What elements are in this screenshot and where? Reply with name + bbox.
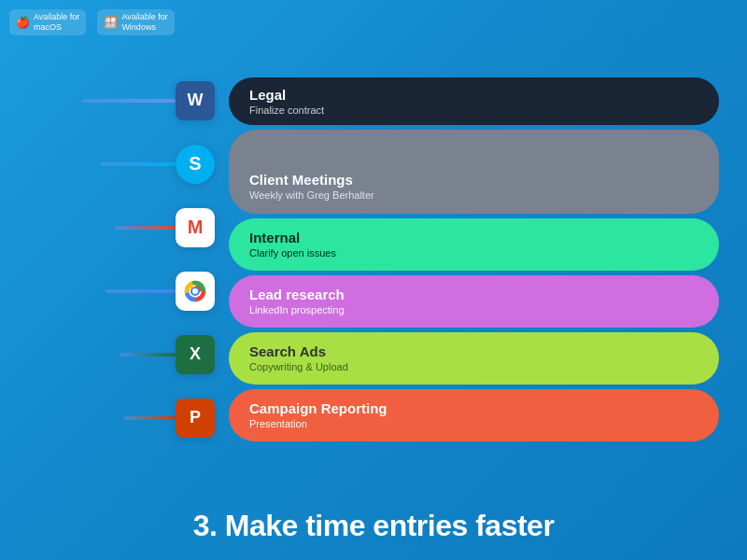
task-card-internal: Internal Clarify open issues xyxy=(229,218,719,271)
windows-badge: 🪟 Available forWindows xyxy=(97,9,174,35)
connector-chrome xyxy=(106,289,176,293)
windows-icon: 🪟 xyxy=(104,16,118,29)
connector-excel xyxy=(120,353,176,357)
app-row-word: W xyxy=(28,69,215,133)
chrome-icon xyxy=(176,272,215,311)
app-row-excel: X xyxy=(28,323,215,386)
skype-icon: S xyxy=(176,145,215,184)
connector-gmail xyxy=(115,226,176,230)
macos-badge: 🍎 Available formacOS xyxy=(9,9,86,35)
connector-word xyxy=(82,99,176,103)
top-bar: 🍎 Available formacOS 🪟 Available forWind… xyxy=(9,9,175,35)
task-subtitle-client-meetings: Weekly with Greg Berhalter xyxy=(249,189,698,201)
task-title-internal: Internal xyxy=(249,230,698,246)
task-title-legal: Legal xyxy=(249,87,698,104)
task-card-search-ads: Search Ads Copywriting & Upload xyxy=(229,332,719,385)
task-card-client-meetings: Client Meetings Weekly with Greg Berhalt… xyxy=(229,130,719,214)
app-row-chrome xyxy=(28,259,215,323)
task-title-lead-research: Lead research xyxy=(249,287,698,303)
task-card-lead-research: Lead research LinkedIn prospecting xyxy=(229,275,719,328)
task-card-campaign-reporting: Campaign Reporting Presentation xyxy=(229,389,719,441)
task-subtitle-lead-research: LinkedIn prospecting xyxy=(249,304,698,315)
connector-ppt xyxy=(124,416,176,420)
task-title-campaign-reporting: Campaign Reporting xyxy=(249,400,698,417)
task-title-client-meetings: Client Meetings xyxy=(249,172,698,189)
task-title-search-ads: Search Ads xyxy=(249,343,698,360)
macos-label: Available formacOS xyxy=(34,12,79,33)
windows-label: Available forWindows xyxy=(121,12,167,33)
task-card-legal: Legal Finalize contract xyxy=(229,77,719,125)
app-row-gmail: M xyxy=(28,196,215,259)
app-icons-column: W S M xyxy=(28,69,215,450)
svg-point-6 xyxy=(192,288,198,294)
connector-skype xyxy=(101,162,176,166)
app-row-ppt: P xyxy=(28,386,215,450)
word-icon: W xyxy=(176,81,215,120)
task-subtitle-search-ads: Copywriting & Upload xyxy=(249,361,698,372)
ppt-icon: P xyxy=(176,399,215,438)
task-subtitle-campaign-reporting: Presentation xyxy=(249,418,698,429)
apple-icon: 🍎 xyxy=(16,16,30,29)
main-area: W S M xyxy=(0,42,747,476)
excel-icon: X xyxy=(176,335,215,374)
task-subtitle-legal: Finalize contract xyxy=(249,105,698,116)
app-row-skype: S xyxy=(28,133,215,196)
gmail-icon: M xyxy=(176,208,215,247)
tagline: 3. Make time entries faster xyxy=(0,509,747,543)
task-subtitle-internal: Clarify open issues xyxy=(249,247,698,259)
task-cards-column: Legal Finalize contract Client Meetings … xyxy=(229,77,719,441)
